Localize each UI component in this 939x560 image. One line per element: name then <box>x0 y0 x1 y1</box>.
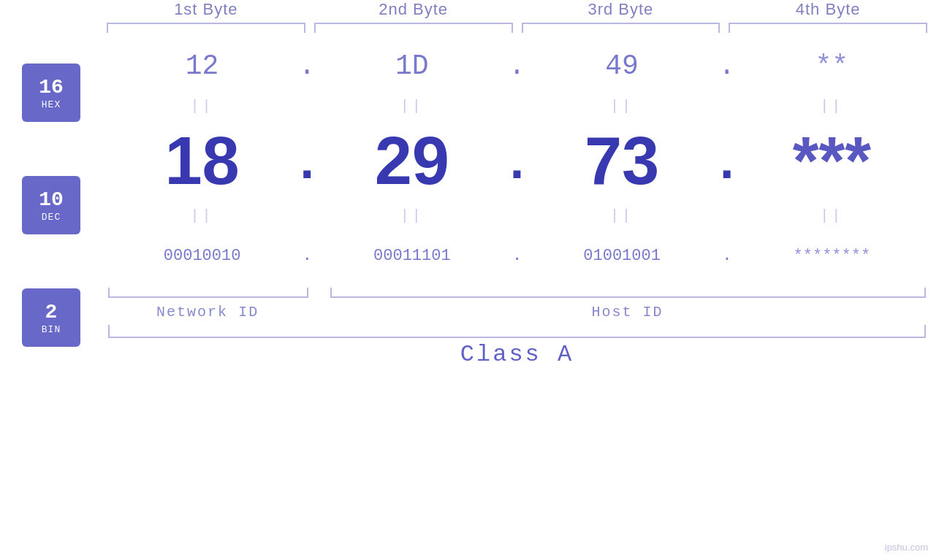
byte4-header: 4th Byte <box>724 0 932 19</box>
class-label: Class A <box>102 341 932 368</box>
main-container: 1st Byte 2nd Byte 3rd Byte 4th Byte 16 H… <box>0 0 939 374</box>
sep1-b1: || <box>108 98 296 115</box>
bin-badge: 2 BIN <box>22 288 80 347</box>
sep-hex-dec: || || || || <box>102 95 932 117</box>
hex-dot1: . <box>296 50 318 82</box>
host-id-label: Host ID <box>329 304 926 321</box>
sep2-b2: || <box>318 207 506 224</box>
bin-dot2: . <box>506 247 528 265</box>
hex-badge: 16 HEX <box>22 64 80 122</box>
hex-number: 16 <box>39 75 64 100</box>
id-labels: Network ID Host ID <box>108 304 926 321</box>
hex-b2: 1D <box>318 50 506 82</box>
watermark: ipshu.com <box>885 542 928 553</box>
byte1-header: 1st Byte <box>102 0 310 19</box>
hex-dot2: . <box>506 50 528 82</box>
left-badges: 16 HEX 10 DEC 2 BIN <box>0 37 102 374</box>
byte-headers-row: 1st Byte 2nd Byte 3rd Byte 4th Byte <box>102 0 932 19</box>
hex-b4: ** <box>738 50 926 82</box>
dec-badge: 10 DEC <box>22 176 80 234</box>
top-brackets <box>102 23 932 33</box>
dec-row: 18 . 29 . 73 . *** <box>102 117 932 204</box>
bin-b2: 00011101 <box>318 247 506 265</box>
dec-b2: 29 <box>318 123 506 199</box>
dec-label: DEC <box>42 212 61 223</box>
hex-row: 12 . 1D . 49 . ** <box>102 37 932 95</box>
bracket-byte1 <box>107 23 305 33</box>
right-data: 12 . 1D . 49 . ** || || || || 18 <box>102 37 932 374</box>
bin-b3: 01001001 <box>528 247 716 265</box>
dec-number: 10 <box>39 188 64 212</box>
hex-dot3: . <box>716 50 738 82</box>
host-bracket <box>330 288 926 298</box>
bin-b4: ******** <box>738 247 926 265</box>
byte2-header: 2nd Byte <box>310 0 517 19</box>
dec-dot3: . <box>716 131 738 190</box>
rows-area: 16 HEX 10 DEC 2 BIN 12 . 1D . 49 <box>0 37 939 374</box>
sep2-b3: || <box>528 207 716 224</box>
hex-label: HEX <box>42 99 61 110</box>
bin-b1: 00010010 <box>108 247 296 265</box>
byte3-header: 3rd Byte <box>517 0 725 19</box>
network-bracket <box>108 288 308 298</box>
bin-label: BIN <box>42 324 61 335</box>
hex-b3: 49 <box>528 50 716 82</box>
dec-dot1: . <box>296 131 318 190</box>
bin-row: 00010010 . 00011101 . 01001001 . *******… <box>102 226 932 285</box>
dec-dot2: . <box>506 131 528 190</box>
bracket-spacer1 <box>308 288 330 302</box>
dec-b4: *** <box>738 123 926 199</box>
network-id-label: Network ID <box>108 304 307 321</box>
hex-b1: 12 <box>108 50 296 82</box>
sep1-b2: || <box>318 98 506 115</box>
bracket-byte4 <box>729 23 927 33</box>
class-bracket <box>108 325 926 338</box>
bracket-byte3 <box>522 23 721 33</box>
dec-b1: 18 <box>108 123 296 199</box>
sep2-b4: || <box>738 207 926 224</box>
bin-dot3: . <box>716 247 738 265</box>
bottom-brackets <box>108 288 926 302</box>
bin-dot1: . <box>296 247 318 265</box>
dec-b3: 73 <box>528 123 716 199</box>
bracket-byte2 <box>314 23 513 33</box>
sep1-b3: || <box>528 98 716 115</box>
sep-dec-bin: || || || || <box>102 204 932 226</box>
sep2-b1: || <box>108 207 296 224</box>
sep1-b4: || <box>738 98 926 115</box>
bin-number: 2 <box>45 300 58 325</box>
